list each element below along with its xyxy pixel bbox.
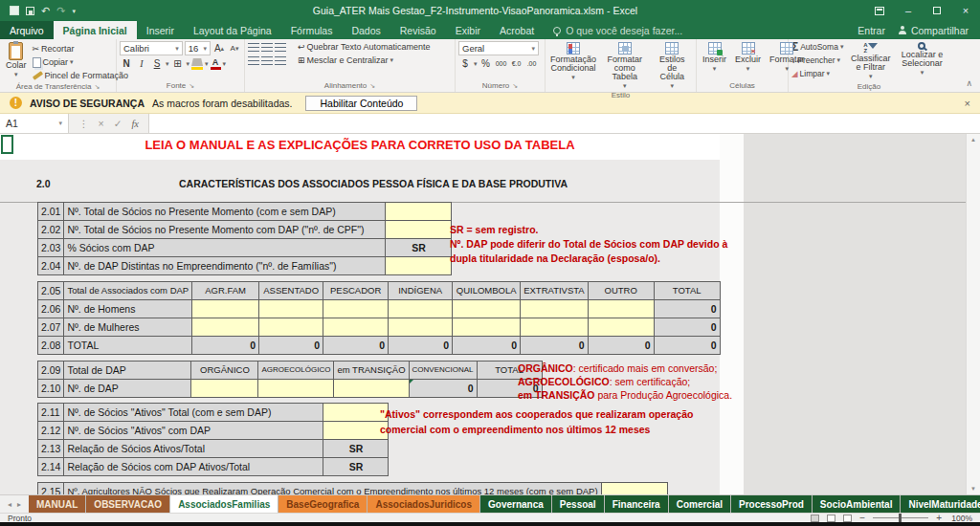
font-color-button[interactable]: A <box>211 58 221 70</box>
input-cell[interactable] <box>389 318 453 337</box>
tab-inserir[interactable]: Inserir <box>137 21 184 39</box>
label-cell[interactable]: Nº. de DAP Distintas no Empreendimento (… <box>64 257 386 275</box>
tab-layout-da-pagina[interactable]: Layout da Página <box>184 21 281 39</box>
zoom-in-icon[interactable]: + <box>936 515 942 522</box>
close-icon[interactable]: × <box>951 0 980 21</box>
grow-font-button[interactable]: A▴ <box>212 42 226 55</box>
shrink-font-button[interactable]: A▾ <box>228 42 241 55</box>
sheet-nav-left-icon[interactable]: ◂ <box>8 500 11 509</box>
normal-view-icon[interactable] <box>811 515 819 522</box>
total-cell[interactable]: 0 <box>192 337 259 355</box>
input-cell[interactable] <box>389 300 453 318</box>
page-break-view-icon[interactable] <box>843 515 852 522</box>
tab-dados[interactable]: Dados <box>342 21 390 39</box>
row-number-cell[interactable]: 2.09 <box>38 362 64 380</box>
label-cell[interactable]: Nº. Total de Sócios no Presente Momento … <box>64 203 386 221</box>
column-header-cell[interactable]: em TRANSIÇÃO <box>334 362 409 380</box>
sort-filter-button[interactable]: AZ Classificar e Filtrar ▾ <box>846 41 895 81</box>
autosum-button[interactable]: Σ AutoSoma▾ <box>791 41 843 53</box>
wrap-text-button[interactable]: ↩ Quebrar Texto Automaticamente <box>298 41 430 53</box>
fill-button[interactable]: ↓ Preencher▾ <box>791 55 843 66</box>
sheet-tab-observacao[interactable]: OBSERVACAO <box>86 495 170 513</box>
name-box[interactable]: A1 ▾ <box>0 114 69 133</box>
qat-customize-icon[interactable]: ▾ <box>72 6 76 16</box>
save-icon[interactable] <box>26 7 34 15</box>
row-number-cell[interactable]: 2.06 <box>38 300 64 318</box>
clear-button[interactable]: ◢ Limpar▾ <box>791 68 843 79</box>
column-header-cell[interactable]: CONVENCIONAL <box>409 362 477 380</box>
input-cell[interactable] <box>323 300 389 318</box>
dialog-launcher-icon[interactable]: ↘ <box>94 83 100 91</box>
input-cell[interactable] <box>386 221 452 239</box>
sheet-tab-basegeografica[interactable]: BaseGeografica <box>278 495 368 513</box>
merge-center-button[interactable]: ⊞ Mesclar e Centralizar ▾ <box>298 55 393 66</box>
label-cell[interactable]: Nº. Total de Sócios no Presente Momento … <box>64 221 386 239</box>
label-cell[interactable]: Total de DAP <box>64 362 191 380</box>
redo-icon[interactable]: ↷ <box>56 6 65 16</box>
tell-me-search-input[interactable] <box>566 25 728 36</box>
value-cell[interactable]: SR <box>386 239 452 257</box>
input-cell[interactable] <box>386 203 452 221</box>
input-cell[interactable] <box>334 380 409 398</box>
row-number-cell[interactable]: 2.05 <box>38 282 64 300</box>
zoom-out-icon[interactable]: − <box>859 515 865 522</box>
dialog-launcher-icon[interactable]: ↘ <box>512 82 518 90</box>
label-cell[interactable]: % Sócios com DAP <box>64 239 386 257</box>
tab-revisao[interactable]: Revisão <box>390 21 446 39</box>
zoom-slider[interactable] <box>873 517 928 518</box>
row-number-cell[interactable]: 2.08 <box>38 337 64 355</box>
percent-format-button[interactable]: % <box>479 57 493 71</box>
tab-arquivo[interactable]: Arquivo <box>0 21 54 39</box>
row-number-cell[interactable]: 2.02 <box>38 221 64 239</box>
sheet-tab-associadosfamilias[interactable]: AssociadosFamilias <box>170 495 278 513</box>
value-cell[interactable]: SR <box>323 440 389 458</box>
ribbon-display-options-icon[interactable] <box>865 0 894 21</box>
entrar-link[interactable]: Entrar <box>858 25 885 36</box>
total-cell[interactable]: 0 <box>323 337 389 355</box>
label-cell[interactable]: Relação de Sócios Ativos/Total <box>64 440 323 458</box>
dialog-launcher-icon[interactable]: ↘ <box>369 82 375 90</box>
row-number-cell[interactable]: 2.03 <box>38 239 64 257</box>
insert-cells-button[interactable]: Inserir ▾ <box>700 41 729 74</box>
total-cell[interactable]: 0 <box>654 337 720 355</box>
row-number-cell[interactable]: 2.07 <box>38 318 64 337</box>
undo-icon[interactable]: ↶ <box>41 6 50 16</box>
input-cell[interactable] <box>323 318 389 337</box>
decrease-decimal-button[interactable]: .00 <box>525 57 539 71</box>
sheet-tab-associadosjuridicos[interactable]: AssociadosJuridicos <box>368 495 480 513</box>
total-cell[interactable]: 0 <box>654 318 720 337</box>
collapse-ribbon-icon[interactable]: ∧ <box>966 78 972 88</box>
borders-button[interactable]: ⊞ <box>171 57 185 71</box>
sheet-tab-financeira[interactable]: Financeira <box>605 495 669 513</box>
dialog-launcher-icon[interactable]: ↘ <box>189 82 194 90</box>
total-cell[interactable]: 0 <box>453 337 521 355</box>
cancel-icon[interactable]: × <box>99 118 104 129</box>
input-cell[interactable] <box>258 380 334 398</box>
sheet-nav-right-icon[interactable]: ▸ <box>17 500 21 509</box>
font-name-combo[interactable]: Calibri▾ <box>120 41 183 55</box>
label-cell[interactable]: Nº. de DAP <box>64 380 191 398</box>
column-header-cell[interactable]: OUTRO <box>588 282 654 300</box>
input-cell[interactable] <box>323 422 389 440</box>
value-cell[interactable]: SR <box>323 458 389 476</box>
input-cell[interactable] <box>192 300 259 318</box>
total-cell[interactable]: 0 <box>588 337 654 355</box>
label-cell[interactable]: TOTAL <box>64 337 192 355</box>
input-cell[interactable] <box>588 300 654 318</box>
row-number-cell[interactable]: 2.11 <box>38 404 64 422</box>
paste-button[interactable]: Colar ▾ <box>3 41 30 79</box>
label-cell[interactable]: Relação de Sócios com DAP Ativos/Total <box>64 458 323 476</box>
input-cell[interactable] <box>192 318 259 337</box>
label-cell[interactable]: Nº. de Sócios "Ativos" Total (com e sem … <box>64 404 323 422</box>
tab-exibir[interactable]: Exibir <box>446 21 490 39</box>
sheet-tab-governanca[interactable]: Governanca <box>480 495 552 513</box>
sheet-tab-nivelmaturidade[interactable]: NivelMaturidade <box>901 495 980 513</box>
total-cell[interactable]: 0 <box>409 380 477 398</box>
page-layout-view-icon[interactable] <box>827 515 835 522</box>
vertical-scrollbar[interactable]: ▲ ▼ <box>966 134 980 494</box>
align-center-icon[interactable] <box>261 56 273 65</box>
input-cell[interactable] <box>453 300 521 318</box>
enter-icon[interactable]: ✓ <box>114 118 122 129</box>
row-number-cell[interactable]: 2.13 <box>38 440 64 458</box>
fill-color-button[interactable] <box>191 58 203 70</box>
